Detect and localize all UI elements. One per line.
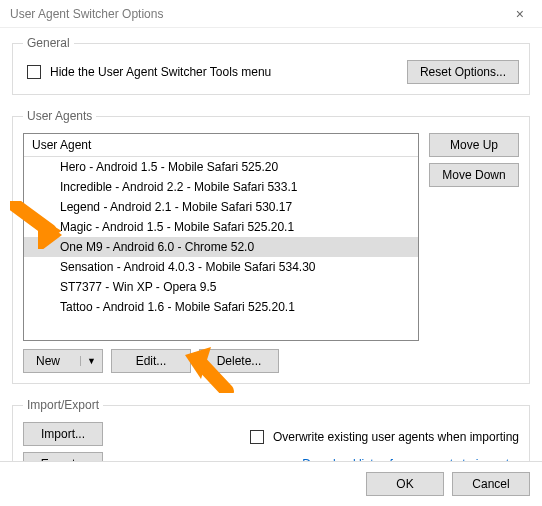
chevron-down-icon: ▼ bbox=[80, 356, 96, 366]
content-area: General Hide the User Agent Switcher Too… bbox=[0, 28, 542, 487]
overwrite-label: Overwrite existing user agents when impo… bbox=[273, 430, 519, 444]
hide-menu-checkbox[interactable] bbox=[27, 65, 41, 79]
import-export-legend: Import/Export bbox=[23, 398, 103, 412]
user-agent-listbox[interactable]: User Agent Hero - Android 1.5 - Mobile S… bbox=[23, 133, 419, 341]
ok-button[interactable]: OK bbox=[366, 472, 444, 496]
overwrite-checkbox-row[interactable]: Overwrite existing user agents when impo… bbox=[246, 427, 519, 447]
list-item[interactable]: Hero - Android 1.5 - Mobile Safari 525.2… bbox=[24, 157, 418, 177]
new-button-label: New bbox=[36, 354, 60, 368]
dialog-footer: OK Cancel bbox=[0, 461, 542, 506]
edit-button[interactable]: Edit... bbox=[111, 349, 191, 373]
list-item[interactable]: Tattoo - Android 1.6 - Mobile Safari 525… bbox=[24, 297, 418, 317]
list-body[interactable]: Hero - Android 1.5 - Mobile Safari 525.2… bbox=[24, 157, 418, 340]
user-agents-legend: User Agents bbox=[23, 109, 96, 123]
import-button[interactable]: Import... bbox=[23, 422, 103, 446]
new-button[interactable]: New ▼ bbox=[23, 349, 103, 373]
close-icon[interactable]: × bbox=[506, 6, 534, 22]
delete-button[interactable]: Delete... bbox=[199, 349, 279, 373]
list-item[interactable]: ST7377 - Win XP - Opera 9.5 bbox=[24, 277, 418, 297]
list-item[interactable]: One M9 - Android 6.0 - Chrome 52.0 bbox=[24, 237, 418, 257]
move-down-button[interactable]: Move Down bbox=[429, 163, 519, 187]
move-up-button[interactable]: Move Up bbox=[429, 133, 519, 157]
window-title: User Agent Switcher Options bbox=[10, 7, 163, 21]
general-group: General Hide the User Agent Switcher Too… bbox=[12, 36, 530, 95]
list-item[interactable]: Magic - Android 1.5 - Mobile Safari 525.… bbox=[24, 217, 418, 237]
overwrite-checkbox[interactable] bbox=[250, 430, 264, 444]
title-bar: User Agent Switcher Options × bbox=[0, 0, 542, 28]
list-header[interactable]: User Agent bbox=[24, 134, 418, 157]
list-item[interactable]: Incredible - Android 2.2 - Mobile Safari… bbox=[24, 177, 418, 197]
hide-menu-checkbox-row[interactable]: Hide the User Agent Switcher Tools menu bbox=[23, 62, 271, 82]
user-agents-group: User Agents User Agent Hero - Android 1.… bbox=[12, 109, 530, 384]
general-legend: General bbox=[23, 36, 74, 50]
cancel-button[interactable]: Cancel bbox=[452, 472, 530, 496]
list-item[interactable]: Sensation - Android 4.0.3 - Mobile Safar… bbox=[24, 257, 418, 277]
list-item[interactable]: Legend - Android 2.1 - Mobile Safari 530… bbox=[24, 197, 418, 217]
reset-options-button[interactable]: Reset Options... bbox=[407, 60, 519, 84]
hide-menu-label: Hide the User Agent Switcher Tools menu bbox=[50, 65, 271, 79]
